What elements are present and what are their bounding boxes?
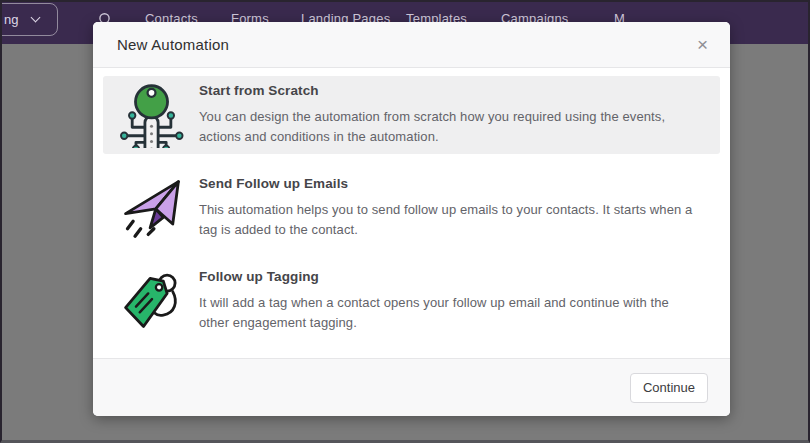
key-circuit-icon (113, 82, 191, 148)
option-title: Follow up Tagging (199, 269, 696, 284)
close-icon[interactable]: × (697, 35, 708, 54)
continue-button[interactable]: Continue (630, 373, 708, 403)
paper-plane-icon (113, 175, 191, 241)
option-description: It will add a tag when a contact opens y… (199, 293, 696, 333)
tag-icon (113, 268, 191, 334)
modal-title: New Automation (117, 36, 229, 53)
option-description: You can design the automation from scrat… (199, 107, 696, 147)
automation-options-list: Start from Scratch You can design the au… (93, 68, 730, 358)
workspace-dropdown[interactable]: ng (0, 3, 58, 36)
workspace-dropdown-label: ng (4, 12, 18, 27)
option-title: Send Follow up Emails (199, 176, 696, 191)
option-send-follow-up-emails[interactable]: Send Follow up Emails This automation he… (103, 169, 720, 247)
option-follow-up-tagging[interactable]: Follow up Tagging It will add a tag when… (103, 262, 720, 340)
modal-footer: Continue (93, 358, 730, 416)
modal-header: New Automation × (93, 22, 730, 68)
option-start-from-scratch[interactable]: Start from Scratch You can design the au… (103, 76, 720, 154)
option-title: Start from Scratch (199, 83, 696, 98)
option-description: This automation helps you to send follow… (199, 200, 696, 240)
chevron-down-icon (31, 13, 41, 23)
new-automation-modal: New Automation × (93, 22, 730, 416)
